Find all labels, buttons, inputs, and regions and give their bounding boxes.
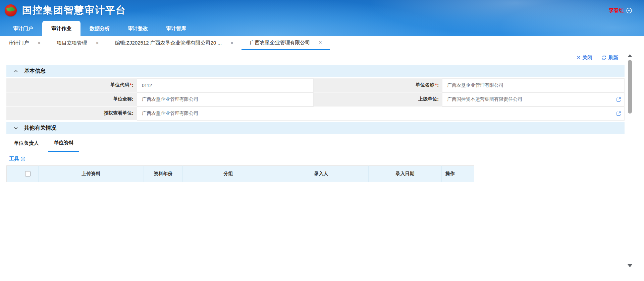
form-row-2: 单位全称: 广西农垦企业管理有限公司 上级单位: 广西国控资本运营集团有限责任公… bbox=[6, 92, 625, 107]
user-name[interactable]: 李春红 bbox=[609, 7, 624, 14]
table-col-checkbox bbox=[17, 165, 39, 182]
table-col-entry-date: 录入日期 bbox=[369, 165, 442, 182]
close-label: 关闭 bbox=[582, 55, 592, 61]
unit-name-value: 广西农垦企业管理有限公司 bbox=[442, 78, 625, 92]
scroll-down-arrow-icon[interactable] bbox=[628, 264, 632, 267]
page-toolbar: × 关闭 刷新 bbox=[0, 50, 644, 65]
user-menu[interactable]: 李春红 bbox=[609, 7, 632, 14]
chevron-down-circle-icon[interactable] bbox=[626, 8, 632, 13]
nav-item-audit-portal[interactable]: 审计门户 bbox=[4, 21, 42, 36]
close-icon: × bbox=[577, 54, 580, 61]
refresh-page-button[interactable]: 刷新 bbox=[602, 55, 619, 61]
table-col-rownum bbox=[6, 165, 17, 182]
tools-dropdown[interactable]: 工具 bbox=[6, 152, 625, 165]
tabstrip-filler bbox=[330, 36, 644, 50]
tab-edit-zj202512[interactable]: 编辑:ZJ202512 广西农垦企业管理有限公司20 ... × bbox=[107, 36, 242, 50]
parent-unit-label: 上级单位: bbox=[314, 92, 442, 107]
form-content: 基本信息 单位代码*: 单位名称*: 广西农垦企业管理有限公司 单位全 bbox=[0, 65, 644, 182]
scroll-up-arrow-icon[interactable] bbox=[628, 54, 632, 57]
authorized-view-unit-value: 广西农垦企业管理有限公司 bbox=[137, 107, 625, 121]
unit-code-input[interactable] bbox=[142, 83, 309, 88]
close-page-button[interactable]: × 关闭 bbox=[577, 54, 592, 61]
materials-table-header: 上传资料 资料年份 分组 录入人 录入日期 操作 bbox=[6, 165, 625, 182]
table-col-upload: 上传资料 bbox=[39, 165, 144, 182]
table-col-entry-by: 录入人 bbox=[274, 165, 369, 182]
other-info-subtabs: 单位负责人 单位资料 bbox=[6, 135, 625, 152]
chevron-down-circle-icon bbox=[20, 156, 25, 161]
scrollbar-thumb[interactable] bbox=[628, 60, 632, 114]
tab-label: 广西农垦企业管理有限公司 bbox=[250, 40, 310, 46]
basic-info-form: 单位代码*: 单位名称*: 广西农垦企业管理有限公司 单位全称: 广西农垦企业管… bbox=[6, 78, 625, 121]
chevron-up-icon[interactable] bbox=[14, 69, 18, 73]
unit-full-name-label: 单位全称: bbox=[6, 92, 137, 107]
tab-label: 审计门户 bbox=[9, 40, 29, 46]
nav-item-data-analysis[interactable]: 数据分析 bbox=[80, 21, 119, 36]
chevron-down-icon[interactable] bbox=[14, 126, 18, 130]
nav-item-audit-work[interactable]: 审计作业 bbox=[42, 21, 80, 36]
unit-name-label: 单位名称*: bbox=[314, 78, 442, 92]
tab-guangxi-nongken[interactable]: 广西农垦企业管理有限公司 × bbox=[241, 36, 330, 50]
unit-code-label: 单位代码*: bbox=[6, 78, 137, 92]
open-in-new-icon[interactable] bbox=[616, 111, 621, 116]
required-asterisk: * bbox=[130, 82, 131, 88]
parent-unit-value: 广西国控资本运营集团有限责任公司 bbox=[442, 92, 625, 107]
tab-label: 编辑:ZJ202512 广西农垦企业管理有限公司20 ... bbox=[115, 40, 222, 46]
open-in-new-icon[interactable] bbox=[616, 97, 621, 102]
table-col-action: 操作 bbox=[442, 165, 474, 182]
select-all-checkbox[interactable] bbox=[25, 171, 31, 177]
table-header-filler bbox=[474, 165, 625, 182]
tab-project-approval[interactable]: 项目立项管理 × bbox=[49, 36, 107, 50]
form-row-3: 授权查看单位: 广西农垦企业管理有限公司 bbox=[6, 107, 625, 121]
app-title: 国控集团智慧审计平台 bbox=[22, 4, 126, 17]
section-title: 基本信息 bbox=[24, 68, 46, 75]
nav-item-audit-rectification[interactable]: 审计整改 bbox=[119, 21, 157, 36]
section-other-info-header[interactable]: 其他有关情况 bbox=[6, 122, 625, 134]
subtab-unit-materials[interactable]: 单位资料 bbox=[48, 135, 79, 152]
unit-code-value-cell bbox=[137, 78, 314, 92]
open-tabs-bar: 审计门户 × 项目立项管理 × 编辑:ZJ202512 广西农垦企业管理有限公司… bbox=[0, 36, 644, 50]
main-content: × 关闭 刷新 基本信息 bbox=[0, 50, 644, 272]
nav-item-audit-knowledge[interactable]: 审计智库 bbox=[157, 21, 195, 36]
tab-label: 项目立项管理 bbox=[57, 40, 87, 46]
refresh-label: 刷新 bbox=[608, 55, 619, 61]
close-icon[interactable]: × bbox=[96, 41, 99, 46]
required-asterisk: * bbox=[435, 82, 437, 88]
tab-audit-portal[interactable]: 审计门户 × bbox=[1, 36, 49, 50]
section-basic-info-header[interactable]: 基本信息 bbox=[6, 65, 625, 77]
vertical-scrollbar[interactable] bbox=[627, 53, 633, 269]
tools-label: 工具 bbox=[9, 156, 19, 162]
company-logo-icon bbox=[5, 4, 17, 16]
subtab-unit-manager[interactable]: 单位负责人 bbox=[8, 135, 44, 152]
unit-full-name-value: 广西农垦企业管理有限公司 bbox=[137, 92, 314, 107]
refresh-icon bbox=[602, 55, 606, 60]
form-row-1: 单位代码*: 单位名称*: 广西农垦企业管理有限公司 bbox=[6, 78, 625, 92]
close-icon[interactable]: × bbox=[319, 40, 322, 45]
table-col-group: 分组 bbox=[183, 165, 274, 182]
authorized-view-unit-label: 授权查看单位: bbox=[6, 107, 137, 121]
section-title: 其他有关情况 bbox=[24, 125, 56, 132]
close-icon[interactable]: × bbox=[38, 41, 41, 46]
top-banner: 国控集团智慧审计平台 李春红 审计门户 审计作业 数据分析 审计整改 审计智库 bbox=[0, 0, 644, 36]
close-icon[interactable]: × bbox=[230, 41, 233, 46]
primary-nav: 审计门户 审计作业 数据分析 审计整改 审计智库 bbox=[0, 21, 644, 36]
banner-top-row: 国控集团智慧审计平台 李春红 bbox=[0, 0, 644, 21]
table-col-year: 资料年份 bbox=[144, 165, 183, 182]
